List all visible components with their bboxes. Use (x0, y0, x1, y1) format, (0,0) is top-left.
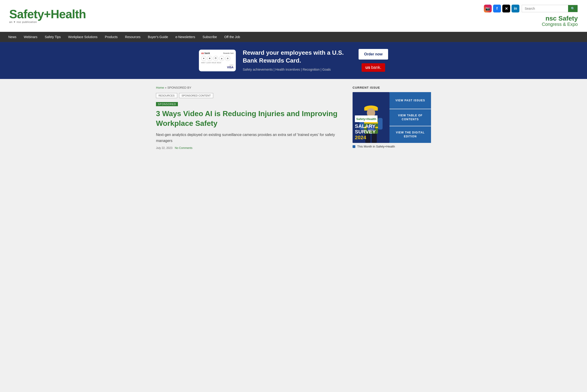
card-icon-goal: ▲ (219, 56, 224, 61)
card-bank-logo: us bank (201, 52, 210, 54)
card-label: Rewards Card (223, 52, 233, 54)
banner-features: Safety achievements | Health incentives … (243, 67, 352, 72)
nav-item-enewsletters[interactable]: e-Newsletters (172, 32, 199, 42)
banner-right: Order now us bank. (359, 49, 388, 72)
nav-item-subscribe[interactable]: Subscribe (199, 32, 221, 42)
nav-item-resources[interactable]: Resources (121, 32, 144, 42)
article-comments-link[interactable]: No Comments (175, 146, 192, 150)
magazine-cover: Safety+Health SALARY SURVEY 2024 (353, 92, 390, 143)
card-visa-logo: VISA (201, 66, 233, 69)
nav-item-products[interactable]: Products (101, 32, 121, 42)
banner-inner: us bank Rewards Card ♥ ✚ ⛑ ▲ ⊕ 4807 1234… (190, 44, 397, 77)
cover-logo: Safety+Health (355, 116, 378, 122)
instagram-icon[interactable]: 📷 (484, 4, 492, 12)
bank-card-image: us bank Rewards Card ♥ ✚ ⛑ ▲ ⊕ 4807 1234… (199, 50, 236, 71)
order-now-button[interactable]: Order now (359, 49, 388, 60)
nsc-sub-text: Congress & Expo (542, 22, 578, 27)
social-search-row: 📷 f ✕ in 🔍 (484, 4, 578, 12)
breadcrumb-separator: » (165, 86, 167, 89)
nsc-logo: nsc Safety Congress & Expo (542, 15, 578, 27)
card-number: 4807 1234 5518 9020 (201, 62, 233, 64)
article-title: 3 Ways Video AI is Reducing Injuries and… (156, 109, 343, 128)
blue-indicator (353, 145, 355, 148)
tag-resources[interactable]: RESOURCES (156, 93, 177, 98)
card-icon-badge: ⊕ (225, 56, 230, 61)
main-nav: News Webinars Safety Tips Workplace Solu… (0, 32, 587, 42)
card-icons: ♥ ✚ ⛑ ▲ ⊕ (201, 56, 233, 61)
view-digital-edition-button[interactable]: VIEW THE DIGITAL EDITION (390, 126, 431, 143)
breadcrumb-home-link[interactable]: Home (156, 86, 164, 89)
search-bar: 🔍 (522, 5, 578, 12)
search-button[interactable]: 🔍 (568, 5, 578, 12)
card-icon-hard-hat: ⛑ (213, 56, 218, 61)
logo: Safety+Health an ✦ nsc publication (9, 8, 86, 24)
nsc-logo-text: nsc Safety (546, 15, 578, 22)
this-month-row: This Month in Safety+Health (353, 145, 431, 148)
current-issue-box: Safety+Health SALARY SURVEY 2024 VIEW PA… (353, 92, 431, 143)
banner-headline: Reward your employees with a U.S. Bank R… (243, 49, 352, 65)
social-icons-group: 📷 f ✕ in (484, 4, 519, 12)
view-past-issues-button[interactable]: VIEW PAST ISSUES (390, 92, 431, 109)
tag-sponsored-content[interactable]: SPONSORED CONTENT (179, 93, 213, 98)
logo-text: Safety+Health (9, 8, 86, 20)
search-input[interactable] (522, 5, 568, 12)
nav-item-buyers-guide[interactable]: Buyer's Guide (144, 32, 172, 42)
nav-item-webinars[interactable]: Webinars (20, 32, 41, 42)
article-meta: July 22, 2023 No Comments (156, 146, 343, 150)
current-issue-label: CURRENT ISSUE (353, 86, 431, 89)
main-container: Home » SPONSORED BY RESOURCES SPONSORED … (147, 79, 440, 156)
header-right: 📷 f ✕ in 🔍 nsc Safety Congress & Expo (484, 4, 578, 27)
card-icon-medical: ✚ (207, 56, 212, 61)
magazine-buttons: VIEW PAST ISSUES VIEW TABLE OF CONTENTS … (390, 92, 431, 143)
logo-subtitle: an ✦ nsc publication (9, 20, 86, 24)
site-header: Safety+Health an ✦ nsc publication 📷 f ✕… (0, 0, 587, 32)
view-table-of-contents-button[interactable]: VIEW TABLE OF CONTENTS (390, 109, 431, 126)
x-twitter-icon[interactable]: ✕ (502, 4, 510, 12)
card-icon-heart: ♥ (201, 56, 206, 61)
nav-item-workplace-solutions[interactable]: Workplace Solutions (64, 32, 101, 42)
this-month-text: This Month in Safety+Health (357, 145, 395, 148)
sidebar: CURRENT ISSUE (353, 86, 431, 150)
cover-year: 2024 (355, 134, 387, 140)
nav-item-safety-tips[interactable]: Safety Tips (41, 32, 64, 42)
sponsored-badge: SPONSORED (156, 102, 178, 106)
banner-content: Reward your employees with a U.S. Bank R… (236, 49, 359, 72)
article-subtitle: Next-gen analytics deployed on existing … (156, 132, 343, 144)
cover-survey-text: SALARY SURVEY (355, 124, 387, 134)
tag-row: RESOURCES SPONSORED CONTENT (156, 93, 343, 98)
nav-item-off-the-job[interactable]: Off the Job (221, 32, 244, 42)
breadcrumb: Home » SPONSORED BY (156, 86, 343, 89)
article-date: July 22, 2023 (156, 146, 172, 150)
article-content: Home » SPONSORED BY RESOURCES SPONSORED … (156, 86, 343, 150)
nav-item-news[interactable]: News (4, 32, 20, 42)
linkedin-icon[interactable]: in (512, 4, 519, 12)
facebook-icon[interactable]: f (493, 4, 501, 12)
us-bank-badge: us bank. (362, 63, 385, 72)
banner-advertisement: us bank Rewards Card ♥ ✚ ⛑ ▲ ⊕ 4807 1234… (0, 42, 587, 79)
breadcrumb-current: SPONSORED BY (167, 86, 191, 89)
